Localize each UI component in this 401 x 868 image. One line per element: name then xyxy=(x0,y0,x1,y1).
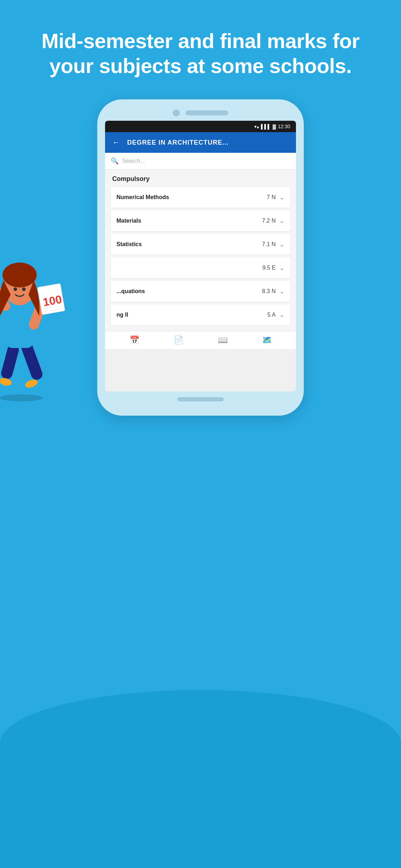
app-bar-title: DEGREE IN ARCHITECTURE... xyxy=(127,139,229,146)
section-title: Compulsory xyxy=(111,175,290,183)
subject-list: Numerical Methods 7 N ⌄ Materials xyxy=(111,187,290,325)
status-bar: ▾▴ ▌▌▌ ▓ 12:30 xyxy=(105,121,296,132)
subject-right: 7 N ⌄ xyxy=(267,193,285,201)
subject-grade: 7.2 N xyxy=(262,218,276,224)
signal-icon: ▌▌▌ xyxy=(261,124,271,129)
subject-grade: 7.1 N xyxy=(262,241,276,248)
subject-item[interactable]: ng II 5 A ⌄ xyxy=(111,305,290,325)
subject-item[interactable]: 9.5 E ⌄ xyxy=(111,258,290,278)
status-icons: ▾▴ ▌▌▌ ▓ 12:30 xyxy=(254,124,290,129)
search-input[interactable]: Search... xyxy=(122,158,145,164)
nav-map-icon[interactable]: 🗺️ xyxy=(262,336,272,345)
chevron-down-icon: ⌄ xyxy=(279,311,285,319)
status-time: 12:30 xyxy=(278,124,290,129)
phone-container: 100 xyxy=(0,99,401,416)
phone-screen: ▾▴ ▌▌▌ ▓ 12:30 ← DEGREE IN ARCHITECTURE.… xyxy=(105,121,296,391)
hero-section: Mid-semester and final marks for your su… xyxy=(0,0,401,92)
back-button[interactable]: ← xyxy=(112,138,120,147)
wifi-icon: ▾▴ xyxy=(254,124,259,129)
subject-right: 7.1 N ⌄ xyxy=(262,240,285,248)
chevron-down-icon: ⌄ xyxy=(279,217,285,225)
subject-right: 8.3 N ⌄ xyxy=(262,287,285,295)
phone-home-button xyxy=(105,397,296,401)
home-indicator[interactable] xyxy=(177,397,224,401)
svg-point-10 xyxy=(14,287,17,291)
chevron-down-icon: ⌄ xyxy=(279,240,285,248)
subject-item[interactable]: Materials 7.2 N ⌄ xyxy=(111,210,290,231)
subject-right: 5 A ⌄ xyxy=(267,311,285,319)
subject-item[interactable]: ...quations 8.3 N ⌄ xyxy=(111,281,290,302)
subject-item[interactable]: Numerical Methods 7 N ⌄ xyxy=(111,187,290,208)
chevron-down-icon: ⌄ xyxy=(279,264,285,272)
nav-book-icon[interactable]: 📖 xyxy=(218,336,228,345)
search-icon: 🔍 xyxy=(111,157,119,165)
svg-point-9 xyxy=(2,263,37,287)
illustration-figure: 100 xyxy=(0,245,85,401)
subject-name: Numerical Methods xyxy=(116,194,169,201)
subject-name: Materials xyxy=(116,218,141,224)
subject-grade: 9.5 E xyxy=(262,265,276,271)
phone-speaker xyxy=(186,110,228,115)
hero-title: Mid-semester and final marks for your su… xyxy=(28,28,373,78)
app-bar: ← DEGREE IN ARCHITECTURE... xyxy=(105,132,296,153)
chevron-down-icon: ⌄ xyxy=(279,287,285,295)
phone-top-bar xyxy=(105,109,296,116)
phone-device: ▾▴ ▌▌▌ ▓ 12:30 ← DEGREE IN ARCHITECTURE.… xyxy=(97,99,304,416)
subject-name: Statistics xyxy=(116,241,142,248)
search-bar[interactable]: 🔍 Search... xyxy=(105,153,296,170)
battery-icon: ▓ xyxy=(272,124,276,129)
nav-document-icon[interactable]: 📄 xyxy=(174,336,183,345)
subject-name: ng II xyxy=(116,312,128,318)
svg-point-0 xyxy=(0,394,43,401)
svg-rect-1 xyxy=(0,343,20,380)
subject-name: ...quations xyxy=(116,288,145,295)
subject-grade: 8.3 N xyxy=(262,288,276,295)
bottom-navigation: 📅 📄 📖 🗺️ xyxy=(105,331,296,349)
nav-calendar-icon[interactable]: 📅 xyxy=(130,336,139,345)
subject-grade: 7 N xyxy=(267,194,276,201)
phone-camera xyxy=(173,109,180,116)
content-area: Compulsory Numerical Methods 7 N ⌄ xyxy=(105,170,296,331)
svg-point-11 xyxy=(22,287,26,291)
subject-right: 7.2 N ⌄ xyxy=(262,217,285,225)
subject-right: 9.5 E ⌄ xyxy=(262,264,285,272)
subject-item[interactable]: Statistics 7.1 N ⌄ xyxy=(111,234,290,255)
subject-grade: 5 A xyxy=(267,312,276,318)
chevron-down-icon: ⌄ xyxy=(279,193,285,201)
